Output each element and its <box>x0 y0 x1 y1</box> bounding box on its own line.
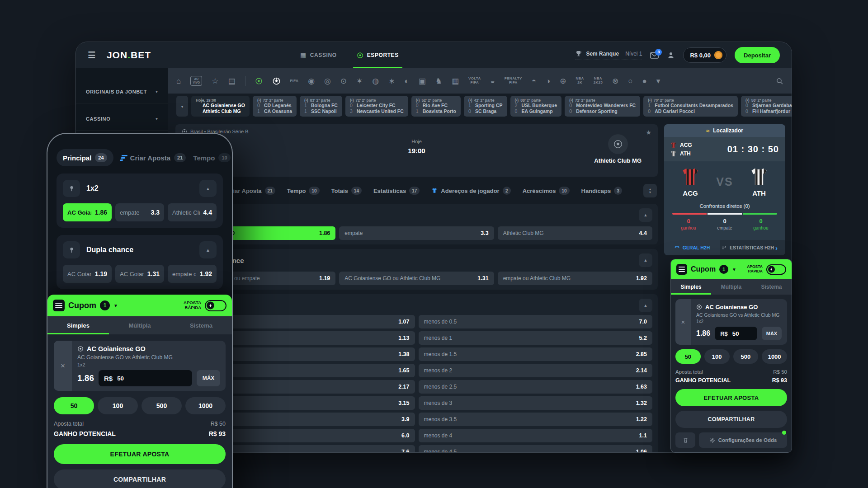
golf-icon[interactable]: ○ <box>628 77 632 85</box>
nba2k25-icon[interactable]: NBA 2K25 <box>594 77 603 85</box>
stake-field[interactable]: R$ <box>715 327 757 340</box>
tracker-next-chevron-icon[interactable]: › <box>775 244 785 252</box>
odd-home[interactable]: AC Goianiense GO1.86 <box>63 203 112 221</box>
ticker-card[interactable]: (•)42' 1ª parte 1Sporting CP 0SC Braga <box>464 96 507 117</box>
odd-x2[interactable]: empate ou Athletic Club MG1.92 <box>168 265 217 283</box>
tab-cassino[interactable]: ▦ CASSINO <box>300 42 337 68</box>
efighting-icon[interactable]: ✶ <box>356 77 363 85</box>
deposit-button[interactable]: Depositar <box>735 47 780 63</box>
odd-draw[interactable]: empate3.3 <box>115 203 164 221</box>
user-icon[interactable] <box>667 51 675 59</box>
amount-500-button[interactable]: 500 <box>142 397 182 414</box>
tab-tempo[interactable]: Tempo10 <box>287 187 320 195</box>
rugby-icon[interactable]: ● <box>642 77 647 85</box>
max-button[interactable]: MÁX <box>197 370 220 386</box>
handball-icon[interactable]: ◐ <box>404 77 409 85</box>
ticker-card[interactable]: (•)72' 2ª parte 0Montevideo Wanderers FC… <box>565 96 640 117</box>
remove-bet-icon[interactable]: × <box>61 361 65 371</box>
collapse-section-button[interactable]: ▲ <box>639 253 652 267</box>
odd-away[interactable]: Athletic Club MG4.4 <box>498 226 652 240</box>
odds-settings-button[interactable]: Configurações de Odds <box>699 432 787 448</box>
max-button[interactable]: MÁX <box>762 327 782 340</box>
share-button[interactable]: COMPARTILHAR <box>675 411 787 428</box>
odd-under[interactable]: menos de 4.51.06 <box>419 445 653 453</box>
odd-draw[interactable]: empate3.3 <box>339 226 494 240</box>
tab-estatisticas[interactable]: Estatísticas17 <box>373 187 420 195</box>
tab-totais[interactable]: Totais14 <box>331 187 362 195</box>
odd-12[interactable]: AC Goianiense GO ou Athletic Club MG1.31 <box>115 265 164 283</box>
fifa-icon[interactable]: FIFA <box>290 79 299 83</box>
odd-under[interactable]: menos de 15.2 <box>419 331 653 345</box>
quick-bet-toggle[interactable] <box>766 264 786 275</box>
ticker-card[interactable]: (•)88' 2ª parte 2USL Bunkerque 0EA Guing… <box>510 96 562 117</box>
amount-50-button[interactable]: 50 <box>675 349 701 364</box>
tab-simples[interactable]: Simples <box>47 316 109 334</box>
tab-geral-h2h[interactable]: GERAL H2H <box>664 240 720 255</box>
efootball-icon[interactable]: ⊙ <box>340 77 347 85</box>
live-icon[interactable]: AO VIVO <box>190 76 202 86</box>
mail-icon[interactable]: 3 <box>650 52 659 59</box>
horse-racing-icon[interactable]: ♞ <box>435 77 442 85</box>
sidebar-item-originais[interactable]: ORIGINAIS DA JONBET▾ <box>76 80 168 103</box>
odd-under[interactable]: menos de 3.51.22 <box>419 413 653 426</box>
tab-esportes[interactable]: ESPORTES <box>357 42 399 68</box>
tab-sistema[interactable]: Sistema <box>751 279 792 295</box>
chat-games-icon[interactable]: ◓ <box>532 77 536 85</box>
amount-500-button[interactable]: 500 <box>733 349 759 364</box>
ledger-icon[interactable]: ▦ <box>452 77 459 85</box>
tab-tempo[interactable]: Tempo10 <box>193 153 230 162</box>
balance-pill[interactable]: R$ 0,00 <box>683 47 726 63</box>
ebasketball-icon[interactable]: ◑ <box>546 77 550 85</box>
amount-100-button[interactable]: 100 <box>98 397 138 414</box>
pin-icon[interactable] <box>63 241 80 258</box>
collapse-section-button[interactable]: ▲ <box>199 241 217 258</box>
tracker-header[interactable]: ≈ Localizador <box>664 124 785 137</box>
pin-icon[interactable] <box>63 180 80 197</box>
ticker-card[interactable]: (•)70' 2ª parte 1Futbol Consultants Desa… <box>643 96 738 117</box>
favorite-star-icon[interactable]: ★ <box>646 129 651 136</box>
penalty-fifa-icon[interactable]: PENALTY FIFA <box>505 77 522 85</box>
menu-icon[interactable]: ☰ <box>88 50 96 61</box>
sidebar-item-cassino[interactable]: CASSINO▾ <box>76 107 168 131</box>
tab-estatisticas-h2h[interactable]: ESTATÍSTICAS H2H <box>720 240 775 255</box>
collapse-section-button[interactable]: ▲ <box>639 208 652 222</box>
collapse-section-button[interactable]: ▲ <box>199 180 217 197</box>
basketball-icon[interactable]: ◉ <box>308 77 315 85</box>
more-sports-chevron-icon[interactable]: ▾ <box>656 77 660 85</box>
amount-100-button[interactable]: 100 <box>704 349 730 364</box>
quick-bet-toggle[interactable] <box>205 300 226 311</box>
tab-sistema[interactable]: Sistema <box>170 316 232 334</box>
amount-1000-button[interactable]: 1000 <box>185 397 226 414</box>
chevron-down-icon[interactable]: ▼ <box>113 303 118 308</box>
amount-50-button[interactable]: 50 <box>54 397 94 414</box>
tennis-icon[interactable]: ◎ <box>324 77 331 85</box>
ticker-card[interactable]: Hoje, 19:00 AC Goianiense GO Athletic Cl… <box>191 96 250 117</box>
nba2k-icon[interactable]: NBA 2K <box>576 77 584 85</box>
efootball-cup-icon[interactable]: ◒ <box>491 77 495 85</box>
favorites-star-icon[interactable]: ☆ <box>212 77 218 85</box>
my-bets-icon[interactable]: ▤ <box>228 77 236 85</box>
place-bet-button[interactable]: EFETUAR APOSTA <box>54 444 226 464</box>
ticker-card[interactable]: (•)52' 2ª parte 0Rio Ave FC 1Boavista Po… <box>411 96 461 117</box>
odd-away[interactable]: Athletic Club MG4.4 <box>168 203 217 221</box>
tab-aderecos-jogador[interactable]: Adereços de jogador2 <box>431 187 510 195</box>
odd-under[interactable]: menos de 41.1 <box>419 429 653 442</box>
brazil-football-icon[interactable] <box>255 77 263 85</box>
tab-criar-aposta[interactable]: Criar Aposta21 <box>226 187 275 195</box>
stake-field[interactable]: R$ <box>99 370 192 386</box>
tab-multipla[interactable]: Múltipla <box>711 279 751 295</box>
ticker-card[interactable]: (•)72' 2ª parte 0Leicester City FC 3Newc… <box>345 96 408 117</box>
search-icon[interactable] <box>776 77 783 85</box>
amount-1000-button[interactable]: 1000 <box>762 349 787 364</box>
esports-icon[interactable]: ▣ <box>419 77 426 85</box>
volta-fifa-icon[interactable]: VOLTA FIFA <box>468 77 481 85</box>
clear-slip-button[interactable] <box>675 432 695 448</box>
tab-acrescimos[interactable]: Acréscimos10 <box>523 187 570 195</box>
ticker-card[interactable]: (•)58' 2ª parte 0Stjarnan Gardabae 0FH H… <box>741 96 792 117</box>
place-bet-button[interactable]: EFETUAR APOSTA <box>675 389 787 406</box>
odd-under[interactable]: menos de 0.57.0 <box>419 315 653 328</box>
collapse-section-button[interactable]: ▲ <box>639 299 652 312</box>
ticker-card[interactable]: (•)72' 2ª parte 0CD Leganés 1CA Osasuna <box>253 96 297 117</box>
chevron-down-icon[interactable]: ▼ <box>732 267 736 272</box>
tab-simples[interactable]: Simples <box>671 279 711 295</box>
